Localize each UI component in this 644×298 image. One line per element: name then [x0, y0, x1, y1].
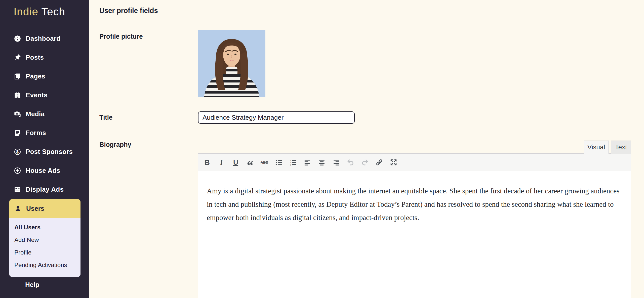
- sidebar-item-label: Media: [26, 110, 45, 118]
- align-right-button[interactable]: [331, 157, 342, 168]
- editor-toolbar: BIU“ABC123: [198, 154, 631, 171]
- align-left-icon: [304, 158, 311, 166]
- align-right-icon: [332, 158, 340, 166]
- tab-text[interactable]: Text: [611, 141, 631, 154]
- sidebar-item-label: Events: [26, 91, 48, 99]
- sidebar-item-forms[interactable]: Forms: [0, 123, 89, 142]
- sidebar-item-label: House Ads: [26, 167, 60, 175]
- profile-picture-label: Profile picture: [99, 33, 143, 40]
- biography-editor: Visual Text BIU“ABC123 Amy is a digital …: [198, 141, 631, 298]
- sidebar-item-label: Posts: [26, 54, 44, 61]
- sidebar-item-house-ads[interactable]: House Ads: [0, 161, 89, 180]
- undo-icon: [347, 158, 354, 166]
- italic-button[interactable]: I: [216, 157, 227, 168]
- italic-icon: I: [220, 158, 223, 167]
- dashboard-gauge-icon: [14, 35, 21, 42]
- pushpin-icon: [14, 54, 21, 61]
- dollar-circle-icon: $: [14, 148, 21, 156]
- logo-text-indie: Indie: [14, 6, 38, 18]
- bulleted-list-button[interactable]: [273, 157, 284, 168]
- lightning-circle-icon: [14, 167, 21, 175]
- underline-icon: U: [233, 158, 238, 166]
- redo-icon: [361, 158, 369, 166]
- bold-button[interactable]: B: [202, 157, 213, 168]
- svg-text:$: $: [16, 149, 19, 154]
- editor-content-area[interactable]: Amy is a digital strategist passionate a…: [198, 184, 631, 298]
- submenu-item-add-new[interactable]: Add New: [9, 234, 80, 246]
- sidebar-nav: Dashboard Posts Pages Events Media Forms: [0, 29, 89, 199]
- underline-button[interactable]: U: [230, 157, 241, 168]
- camera-media-icon: [14, 110, 21, 118]
- blockquote-icon: “: [247, 164, 253, 167]
- sidebar-item-post-sponsors[interactable]: $ Post Sponsors: [0, 142, 89, 161]
- biography-label: Biography: [99, 141, 131, 149]
- sidebar-item-label: Forms: [26, 129, 46, 137]
- sidebar-item-label: Dashboard: [26, 35, 61, 42]
- fullscreen-button[interactable]: [388, 157, 399, 168]
- link-button[interactable]: [374, 157, 385, 168]
- editor-box: BIU“ABC123 Amy is a digital strategist p…: [198, 153, 631, 298]
- sidebar-item-dashboard[interactable]: Dashboard: [0, 29, 89, 48]
- pages-icon: [14, 72, 21, 80]
- calendar-icon: [14, 91, 21, 99]
- fullscreen-icon: [390, 158, 397, 166]
- page-title: User profile fields: [99, 7, 158, 15]
- sidebar-item-label: Pages: [26, 72, 45, 80]
- title-input[interactable]: [198, 111, 355, 124]
- sidebar-item-media[interactable]: Media: [0, 105, 89, 123]
- strikethrough-button[interactable]: ABC: [259, 157, 270, 168]
- profile-photo-illustration: [198, 30, 265, 97]
- users-submenu: All Users Add New Profile Pending Activa…: [9, 218, 80, 277]
- align-center-button[interactable]: [316, 157, 327, 168]
- main-content: User profile fields Profile picture: [89, 0, 644, 298]
- link-icon: [375, 158, 383, 166]
- sidebar-item-label: Display Ads: [26, 186, 64, 193]
- bulleted-list-icon: [275, 158, 283, 166]
- sidebar-users-section: Users All Users Add New Profile Pending …: [9, 199, 80, 277]
- sidebar-item-help[interactable]: Help: [25, 280, 39, 290]
- sidebar-item-label: Users: [26, 205, 44, 212]
- profile-photo: [198, 30, 265, 97]
- submenu-item-all-users[interactable]: All Users: [9, 221, 80, 234]
- sidebar-item-pages[interactable]: Pages: [0, 67, 89, 86]
- svg-text:3: 3: [290, 163, 291, 166]
- title-label: Title: [99, 114, 112, 121]
- sidebar-item-posts[interactable]: Posts: [0, 48, 89, 67]
- blockquote-button[interactable]: “: [245, 157, 256, 168]
- undo-button[interactable]: [345, 157, 356, 168]
- app-logo[interactable]: Indie Tech: [14, 6, 65, 18]
- submenu-item-pending-activations[interactable]: Pending Activations: [9, 259, 80, 271]
- logo-text-tech: Tech: [41, 6, 65, 18]
- page: Indie Tech Dashboard Posts Pages Events: [0, 0, 644, 298]
- sidebar: Indie Tech Dashboard Posts Pages Events: [0, 0, 89, 298]
- redo-button[interactable]: [359, 157, 370, 168]
- sidebar-item-label: Post Sponsors: [26, 148, 73, 156]
- display-grid-icon: [14, 186, 21, 193]
- sidebar-item-users[interactable]: Users: [9, 199, 80, 218]
- user-icon: [14, 205, 22, 212]
- align-center-icon: [318, 158, 326, 166]
- bold-icon: B: [204, 158, 210, 167]
- sidebar-item-events[interactable]: Events: [0, 86, 89, 105]
- numbered-list-button[interactable]: 123: [288, 157, 299, 168]
- form-document-icon: [14, 129, 21, 137]
- strikethrough-icon: ABC: [261, 160, 268, 164]
- numbered-list-icon: 123: [289, 158, 297, 166]
- submenu-item-profile[interactable]: Profile: [9, 246, 80, 259]
- sidebar-item-display-ads[interactable]: Display Ads: [0, 180, 89, 199]
- biography-text: Amy is a digital strategist passionate a…: [207, 184, 622, 224]
- tab-visual[interactable]: Visual: [584, 141, 609, 154]
- align-left-button[interactable]: [302, 157, 313, 168]
